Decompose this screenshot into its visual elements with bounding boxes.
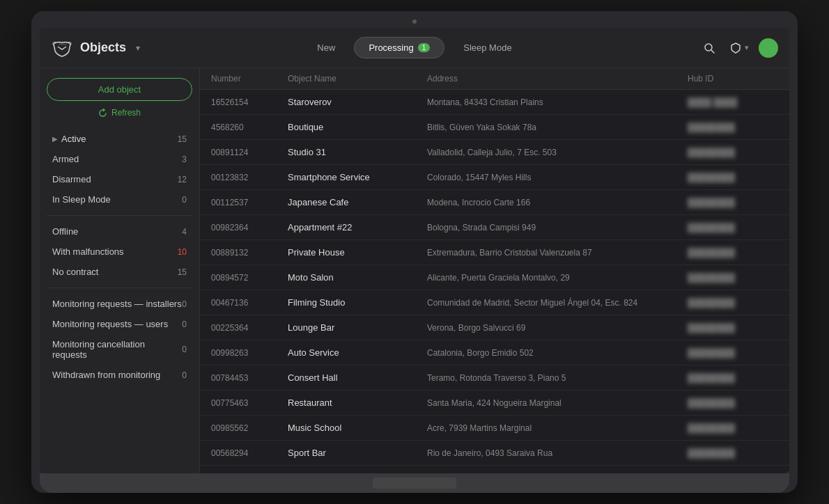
cell-hub: ████████ [688,273,778,283]
cell-hub: ████████ [688,248,778,258]
cell-hub: ████ ████ [688,97,778,107]
logo-area: PRO Objects ▾ [51,37,204,59]
table-row[interactable]: 00568294 Sport Bar Rio de Janeiro, 0493 … [200,441,789,466]
sidebar-sleep-label: In Sleep Mode [52,194,111,205]
col-hub: Hub ID [688,74,778,84]
cell-address: Bologna, Strada Campisi 949 [427,223,688,233]
add-object-button[interactable]: Add object [47,78,192,101]
sidebar-item-monitoring-installers[interactable]: Monitoring requests — installers 0 [47,294,192,314]
table-row[interactable]: 00998263 Auto Service Catalonia, Borgo E… [200,340,789,365]
sidebar-withdrawn-label: Withdrawn from monitoring [52,370,160,380]
cell-number: 00894572 [211,273,288,283]
processing-badge: 1 [418,43,431,52]
cell-address: Montana, 84343 Cristian Plains [427,97,688,107]
table-row[interactable]: 16526154 Staroverov Montana, 84343 Crist… [200,90,789,115]
cell-name: Restaurant [288,397,427,408]
sidebar-mon-cancel-count: 0 [182,345,187,354]
cell-name: Appartment #22 [288,222,427,233]
shield-icon [729,42,742,54]
sidebar-item-withdrawn[interactable]: Withdrawn from monitoring 0 [47,365,192,385]
table-row[interactable]: 00982364 Appartment #22 Bologna, Strada … [200,215,789,240]
active-chevron-icon: ▶ [52,135,58,143]
cell-name: Auto Service [288,347,427,358]
table-row[interactable]: 00123832 Smartphone Service Colorado, 15… [200,165,789,190]
cell-hub: ████████ [688,323,778,333]
cell-address: Verona, Borgo Salvucci 69 [427,323,688,333]
cell-hub: ████████ [688,223,778,233]
cell-hub: ████████ [688,448,778,458]
sidebar-offline-label: Offline [52,226,78,237]
cell-address: Colorado, 15447 Myles Hills [427,173,688,182]
cell-address: Modena, Incrocio Carte 166 [427,198,688,207]
cell-name: Studio 31 [288,147,427,157]
table-row[interactable]: 00112537 Japanese Cafe Modena, Incrocio … [200,190,789,215]
table-row[interactable]: 00891124 Studio 31 Valladolid, Calleja J… [200,140,789,165]
title-dropdown-icon[interactable]: ▾ [136,43,140,53]
cell-address: Extremadura, Barrio Cristobal Valenzuela… [427,248,688,258]
sidebar-mon-users-count: 0 [182,320,187,329]
cell-name: Music School [288,423,427,433]
cell-name: Lounge Bar [288,322,427,333]
search-button[interactable] [699,38,720,58]
tab-new[interactable]: New [302,37,350,58]
tab-sleep-mode-label: Sleep Mode [463,42,511,53]
svg-line-2 [711,50,714,53]
table-row[interactable]: 00889132 Private House Extremadura, Barr… [200,240,789,265]
sidebar-item-monitoring-cancel[interactable]: Monitoring cancellation requests 0 [47,334,192,365]
cell-number: 00112537 [211,198,288,207]
cell-address: Acre, 7939 Martins Marginal [427,423,688,433]
sidebar-armed-count: 3 [182,155,187,164]
shield-button[interactable]: ▾ [729,42,749,54]
cell-number: 00775463 [211,398,288,408]
table-row[interactable]: 00225364 Lounge Bar Verona, Borgo Salvuc… [200,315,789,340]
cell-number: 16526154 [211,97,288,107]
sidebar-disarmed-count: 12 [178,175,187,184]
cell-number: 4568260 [211,123,288,132]
sidebar-item-offline[interactable]: Offline 4 [47,221,192,242]
cell-number: 00784453 [211,373,288,383]
cell-number: 00568294 [211,448,288,458]
sidebar-item-sleep-mode[interactable]: In Sleep Mode 0 [47,189,192,210]
cell-address: Teramo, Rotonda Traverso 3, Piano 5 [427,373,688,383]
sidebar-item-disarmed[interactable]: Disarmed 12 [47,169,192,189]
cell-number: 00998263 [211,348,288,358]
cell-address: Catalonia, Borgo Emidio 502 [427,348,688,358]
sidebar-section-issues: Offline 4 With malfunctions 10 No contra… [47,221,192,282]
sidebar-active-label: Active [61,134,86,144]
shield-dropdown-icon: ▾ [745,43,749,52]
user-avatar[interactable] [759,38,778,58]
table-header: Number Object Name Address Hub ID [200,68,789,90]
tab-processing[interactable]: Processing 1 [354,37,444,58]
sidebar-offline-count: 4 [182,227,187,237]
sidebar-item-armed[interactable]: Armed 3 [47,149,192,169]
cell-address: Comunidad de Madrid, Sector Miguel Ángel… [427,298,688,308]
sidebar-item-active[interactable]: ▶ Active 15 [47,129,192,149]
table-row[interactable]: 00775463 Restaurant Santa Maria, 424 Nog… [200,391,789,416]
topbar-right: ▾ [625,38,778,58]
cell-number: 00985562 [211,423,288,433]
cell-address: Bitlis, Güven Yaka Sokak 78a [427,123,688,132]
sidebar-item-malfunctions[interactable]: With malfunctions 10 [47,242,192,262]
tab-processing-label: Processing [369,42,413,53]
table-row[interactable]: 4568260 Boutique Bitlis, Güven Yaka Soka… [200,115,789,140]
cell-hub: ████████ [688,198,778,207]
sidebar: Add object Refresh ▶ Active [40,68,200,473]
table-row[interactable]: 00467136 Filming Studio Comunidad de Mad… [200,290,789,315]
sidebar-item-no-contract[interactable]: No contract 15 [47,262,192,282]
sidebar-sleep-count: 0 [182,195,187,205]
sidebar-item-monitoring-users[interactable]: Monitoring requests — users 0 [47,314,192,334]
table-row[interactable]: 00985562 Music School Acre, 7939 Martins… [200,416,789,441]
table-row[interactable]: 00784453 Consert Hall Teramo, Rotonda Tr… [200,365,789,391]
table-row[interactable]: 00894572 Moto Salon Alicante, Puerta Gra… [200,265,789,290]
sidebar-mon-inst-label: Monitoring requests — installers [52,299,182,309]
sidebar-mon-users-label: Monitoring requests — users [52,319,168,329]
topbar: PRO Objects ▾ New Processing 1 [40,28,789,68]
cell-number: 00982364 [211,223,288,233]
sidebar-divider-1 [47,215,192,216]
cell-number: 00891124 [211,148,288,157]
sidebar-active-count: 15 [178,134,187,144]
main-content: Add object Refresh ▶ Active [40,68,789,473]
tab-sleep-mode[interactable]: Sleep Mode [449,37,526,58]
refresh-button[interactable]: Refresh [47,108,192,118]
cell-name: Consert Hall [288,372,427,383]
